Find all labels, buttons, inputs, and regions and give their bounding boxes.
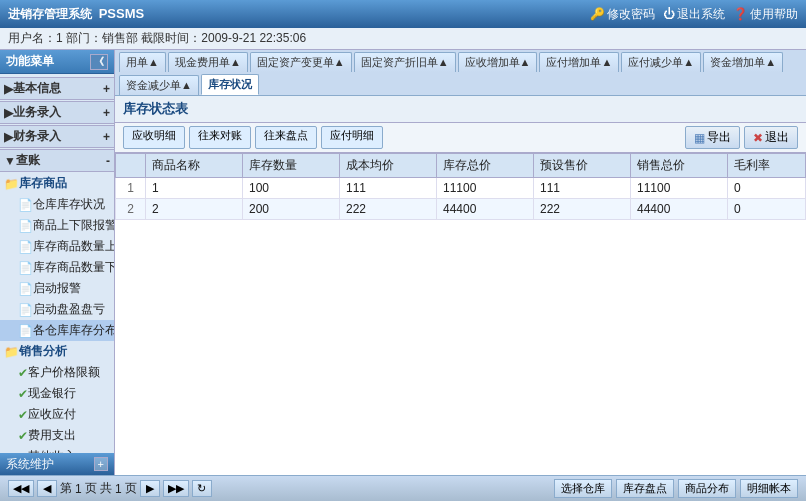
ledger-btn[interactable]: 明细帐本 — [740, 479, 798, 498]
sidebar-collapse-btn[interactable]: 《 — [90, 54, 108, 70]
exit-btn[interactable]: ⏻ 退出系统 — [663, 6, 725, 23]
col-total-cost: 库存总价 — [437, 154, 534, 178]
tab-voucher[interactable]: 用单▲ — [119, 52, 166, 72]
sidebar-item-expense[interactable]: ✔ 费用支出 — [0, 425, 114, 446]
item-label7: 各仓库库存分布状况 — [33, 322, 114, 339]
cell-margin: 0 — [728, 199, 806, 220]
sidebar-item-cash-bank[interactable]: ✔ 现金银行 — [0, 383, 114, 404]
tab-fixed-asset-change[interactable]: 固定资产变更单▲ — [250, 52, 352, 72]
back-icon: ✖ — [753, 131, 763, 145]
help-btn[interactable]: ❓ 使用帮助 — [733, 6, 798, 23]
sidebar-item-finance-entry[interactable]: ▶ 财务录入 + — [0, 125, 114, 148]
folder-icon2: 📁 — [4, 345, 19, 359]
sidebar-item-lower-alert[interactable]: 📄 库存商品数量下线报警 — [0, 257, 114, 278]
page-info: 第 1 页 共 1 页 — [60, 480, 137, 497]
cell-preset-price: 111 — [534, 178, 631, 199]
product-distribution-btn[interactable]: 商品分布 — [678, 479, 736, 498]
cell-sales-total: 11100 — [631, 178, 728, 199]
group-label: 库存商品 — [19, 175, 67, 192]
tab-fixed-asset-depreciation[interactable]: 固定资产折旧单▲ — [354, 52, 456, 72]
panel-title: 库存状态表 — [123, 100, 188, 118]
check-icon2: ✔ — [18, 387, 28, 401]
col-num — [116, 154, 146, 178]
tab-cash-expense[interactable]: 现金费用单▲ — [168, 52, 248, 72]
inventory-check-btn[interactable]: 库存盘点 — [616, 479, 674, 498]
doc-icon7: 📄 — [18, 324, 33, 338]
folder-icon: 📁 — [4, 177, 19, 191]
titlebar: 进销存管理系统 PSSMS 🔑 修改密码 ⏻ 退出系统 ❓ 使用帮助 — [0, 0, 806, 28]
export-btn[interactable]: ▦ 导出 — [685, 126, 740, 149]
sysmaint-plus-btn[interactable]: + — [94, 457, 108, 471]
change-pwd-btn[interactable]: 🔑 修改密码 — [590, 6, 655, 23]
subtab-reconciliation[interactable]: 往来对账 — [189, 126, 251, 149]
sidebar-item-customer-limit[interactable]: ✔ 客户价格限额 — [0, 362, 114, 383]
sidebar-item-warehouse-status[interactable]: 📄 仓库库存状况 — [0, 194, 114, 215]
page-label: 第 — [60, 480, 72, 497]
back-btn[interactable]: ✖ 退出 — [744, 126, 798, 149]
sysmaint-bar[interactable]: 系统维护 + — [0, 453, 114, 475]
item-label9: 现金银行 — [28, 385, 76, 402]
doc-icon2: 📄 — [18, 219, 33, 233]
tab-payable-reduce[interactable]: 应付减少单▲ — [621, 52, 701, 72]
col-preset-price: 预设售价 — [534, 154, 631, 178]
sidebar-item-upper-alert[interactable]: 📄 库存商品数量上限报警 — [0, 236, 114, 257]
sidebar-item-basic-info[interactable]: ▶ 基本信息 + — [0, 77, 114, 100]
cell-cost: 111 — [340, 178, 437, 199]
tab-receivable-add[interactable]: 应收增加单▲ — [458, 52, 538, 72]
item-label2: 商品上下限报警设置 — [33, 217, 114, 234]
help-icon: ❓ — [733, 7, 748, 21]
first-page-btn[interactable]: ◀◀ — [8, 480, 34, 497]
subtab-payable-detail[interactable]: 应付明细 — [321, 126, 383, 149]
sidebar-item-receivable-payable[interactable]: ✔ 应收应付 — [0, 404, 114, 425]
last-page-btn[interactable]: ▶▶ — [163, 480, 189, 497]
col-margin: 毛利率 — [728, 154, 806, 178]
table-row[interactable]: 1 1 100 111 11100 111 11100 0 — [116, 178, 806, 199]
row-num: 1 — [116, 178, 146, 199]
plus-icon2: + — [103, 106, 110, 120]
total-pages: 1 — [115, 482, 122, 496]
select-warehouse-btn[interactable]: 选择仓库 — [554, 479, 612, 498]
expand-icon4: ▼ — [4, 154, 16, 168]
page-mid: 页 共 — [85, 480, 112, 497]
lock-icon: 🔑 — [590, 7, 605, 21]
subtab-inventory-check[interactable]: 往来盘点 — [255, 126, 317, 149]
panel-header: 库存状态表 — [115, 96, 806, 123]
cell-sales-total: 44400 — [631, 199, 728, 220]
sidebar-item-inventory-check[interactable]: 📄 启动盘盈盘亏 — [0, 299, 114, 320]
cell-qty: 100 — [243, 178, 340, 199]
tab-payable-add[interactable]: 应付增加单▲ — [539, 52, 619, 72]
main-panel: 库存状态表 应收明细 往来对账 往来盘点 应付明细 ▦ 导出 ✖ 退出 — [115, 96, 806, 475]
sidebar-item-query[interactable]: ▼ 查账 - — [0, 149, 114, 172]
userbar: 用户名：1 部门：销售部 截限时间：2009-9-21 22:35:06 — [0, 28, 806, 50]
tab-capital-add[interactable]: 资金增加单▲ — [703, 52, 783, 72]
sidebar-item-limit-setting[interactable]: 📄 商品上下限报警设置 — [0, 215, 114, 236]
table-row[interactable]: 2 2 200 222 44400 222 44400 0 — [116, 199, 806, 220]
tab-capital-reduce[interactable]: 资金减少单▲ — [119, 75, 199, 95]
tab-inventory-status[interactable]: 库存状况 — [201, 74, 259, 95]
sidebar-group-sales[interactable]: 📁 销售分析 — [0, 341, 114, 362]
subtabs-bar: 应收明细 往来对账 往来盘点 应付明细 ▦ 导出 ✖ 退出 — [115, 123, 806, 153]
export-icon: ▦ — [694, 131, 705, 145]
prev-page-btn[interactable]: ◀ — [37, 480, 57, 497]
refresh-btn[interactable]: ↻ — [192, 480, 212, 497]
item-label10: 应收应付 — [28, 406, 76, 423]
col-qty: 库存数量 — [243, 154, 340, 178]
check-icon4: ✔ — [18, 429, 28, 443]
doc-icon: 📄 — [18, 198, 33, 212]
sidebar-item-biz-entry[interactable]: ▶ 业务录入 + — [0, 101, 114, 124]
tabs-bar: 用单▲ 现金费用单▲ 固定资产变更单▲ 固定资产折旧单▲ 应收增加单▲ 应付增加… — [115, 50, 806, 96]
item-label: 仓库库存状况 — [33, 196, 105, 213]
cell-margin: 0 — [728, 178, 806, 199]
subtab-receivable-detail[interactable]: 应收明细 — [123, 126, 185, 149]
sidebar-item-other-income[interactable]: ✔ 其他收入 — [0, 446, 114, 453]
doc-icon3: 📄 — [18, 240, 33, 254]
next-page-btn[interactable]: ▶ — [140, 480, 160, 497]
sidebar-item-warehouse-dist[interactable]: 📄 各仓库库存分布状况 — [0, 320, 114, 341]
sidebar-group-inventory[interactable]: 📁 库存商品 — [0, 173, 114, 194]
sidebar-item-start-alert[interactable]: 📄 启动报警 — [0, 278, 114, 299]
cell-name: 2 — [146, 199, 243, 220]
col-cost: 成本均价 — [340, 154, 437, 178]
plus-icon3: + — [103, 130, 110, 144]
col-name: 商品名称 — [146, 154, 243, 178]
plus-icon: + — [103, 82, 110, 96]
